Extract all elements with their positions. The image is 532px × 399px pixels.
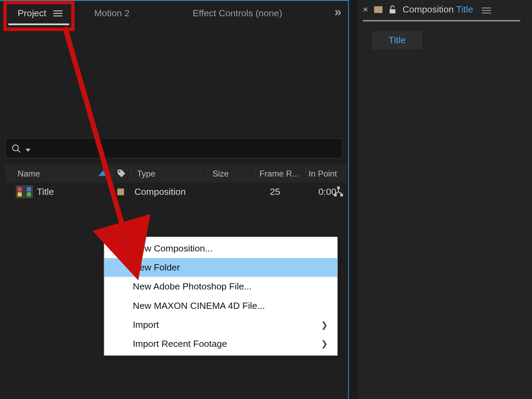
column-frame-rate[interactable]: Frame R... (257, 169, 305, 178)
menu-item-label: Import Recent Footage (133, 339, 227, 349)
column-name-label: Name (18, 169, 40, 178)
menu-item-label: New Composition... (133, 243, 212, 253)
cell-name: Title (5, 186, 112, 198)
composition-icon (16, 186, 33, 198)
column-divider (208, 168, 208, 179)
project-item-row[interactable]: Title Composition 25 0:00 (5, 183, 346, 201)
tag-icon (117, 169, 126, 178)
tab-effect-controls[interactable]: Effect Controls (none) (184, 4, 291, 22)
composition-label-prefix: Composition (402, 4, 454, 15)
column-name[interactable]: Name (5, 169, 111, 178)
column-label-color[interactable] (113, 169, 130, 178)
column-divider (256, 168, 256, 179)
submenu-arrow-icon: ❯ (321, 319, 328, 331)
flowchart-icon[interactable] (333, 186, 344, 197)
svg-rect-5 (340, 194, 343, 197)
menu-item-label: New MAXON CINEMA 4D File... (133, 301, 265, 311)
item-type-label: Composition (134, 187, 186, 197)
search-icon (11, 144, 21, 154)
label-color-swatch (117, 189, 124, 195)
composition-label-name: Title (456, 4, 473, 15)
tabs-overflow-icon[interactable]: » (334, 5, 341, 19)
annotation-highlight-box (3, 1, 75, 31)
svg-point-0 (12, 145, 18, 151)
column-divider (112, 168, 112, 179)
composition-tab-label[interactable]: Composition Title (402, 4, 473, 15)
cell-frame-rate: 25 (251, 187, 299, 198)
tab-effect-label: Effect Controls (none) (193, 8, 282, 18)
svg-line-1 (18, 150, 20, 152)
menu-item-new-folder[interactable]: New Folder (104, 258, 337, 277)
column-size-label: Size (212, 169, 229, 178)
menu-item-label: New Folder (133, 262, 180, 273)
menu-item-new-maxon-cinema-4d-file[interactable]: New MAXON CINEMA 4D File... (104, 296, 337, 315)
sort-ascending-icon (99, 170, 108, 176)
composition-mini-flow-button[interactable]: Title (372, 31, 422, 49)
tab-motion2-label: Motion 2 (94, 8, 130, 18)
svg-rect-4 (334, 194, 337, 197)
composition-panel: × Composition Title Title (358, 0, 532, 399)
menu-item-label: New Adobe Photoshop File... (133, 281, 251, 292)
item-fr-label: 25 (270, 187, 280, 197)
composition-mini-flow-label: Title (389, 35, 406, 46)
composition-tab-header: × Composition Title (363, 4, 491, 15)
item-name-label: Title (37, 187, 54, 198)
column-fr-label: Frame R... (259, 169, 299, 178)
submenu-arrow-icon: ❯ (321, 339, 328, 350)
svg-point-2 (119, 171, 120, 172)
close-icon[interactable]: × (363, 4, 368, 15)
column-type[interactable]: Type (132, 169, 207, 178)
project-context-menu: New Composition...New FolderNew Adobe Ph… (104, 237, 338, 356)
column-ip-label: In Point (308, 169, 337, 178)
project-panel: Project Motion 2 Effect Controls (none) … (0, 0, 349, 399)
label-color-swatch (374, 6, 382, 13)
menu-item-import-recent-footage[interactable]: Import Recent Footage❯ (104, 334, 337, 353)
search-dropdown-icon[interactable] (26, 149, 31, 151)
svg-rect-3 (337, 187, 340, 189)
project-search-input[interactable] (5, 138, 343, 158)
cell-type: Composition (130, 187, 205, 198)
column-divider (306, 168, 306, 179)
tab-motion2[interactable]: Motion 2 (86, 4, 138, 22)
column-in-point[interactable]: In Point (307, 169, 346, 178)
column-size[interactable]: Size (209, 169, 255, 178)
lock-open-icon[interactable] (388, 5, 397, 15)
menu-item-import[interactable]: Import❯ (104, 315, 337, 334)
svg-rect-6 (390, 9, 396, 13)
menu-item-new-composition[interactable]: New Composition... (104, 239, 337, 258)
cell-label-color[interactable] (112, 189, 130, 195)
panel-menu-icon[interactable] (482, 7, 491, 14)
project-columns-header: Name Type Size Frame R... In Point (5, 164, 346, 182)
column-type-label: Type (137, 169, 155, 178)
active-tab-underline (363, 20, 520, 21)
menu-item-new-adobe-photoshop-file[interactable]: New Adobe Photoshop File... (104, 277, 337, 296)
column-divider (131, 168, 131, 179)
menu-item-label: Import (133, 320, 159, 330)
